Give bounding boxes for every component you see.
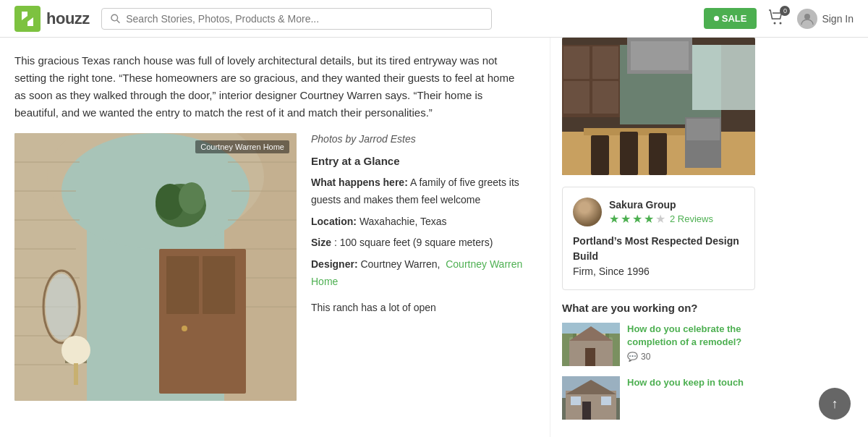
working-link-1[interactable]: How do you celebrate the completion of a… [627, 323, 741, 347]
logo[interactable]: houzz [14, 6, 90, 32]
location-value: Waxahachie, Texas [359, 216, 447, 227]
kitchen-svg [562, 38, 755, 175]
location-label: Location: [311, 216, 357, 227]
svg-rect-0 [14, 6, 41, 32]
comment-count-1: 💬 30 [627, 352, 755, 362]
header-right: SALE 0 Sign In [704, 8, 854, 29]
sakura-description: Portland’s Most Respected Design Build F… [573, 234, 744, 279]
sakura-info: Sakura Group ★ ★ ★ ★ ★ 2 Reviews [609, 199, 713, 226]
main-layout: This gracious Texas ranch house was full… [0, 38, 868, 437]
search-input[interactable] [126, 13, 482, 25]
working-link-2[interactable]: How do you keep in touch [627, 377, 744, 388]
article-body: This gracious Texas ranch house was full… [14, 52, 528, 122]
sign-in-label: Sign In [822, 13, 854, 25]
working-thumb-1 [562, 323, 620, 366]
sakura-header: Sakura Group ★ ★ ★ ★ ★ 2 Reviews [573, 198, 744, 226]
svg-point-28 [182, 326, 187, 331]
svg-rect-49 [591, 135, 609, 175]
working-thumb-2 [562, 376, 620, 420]
svg-rect-68 [582, 402, 591, 420]
sakura-stars: ★ ★ ★ ★ ★ 2 Reviews [609, 212, 713, 226]
location: Location: Waxahachie, Texas [311, 213, 528, 231]
svg-point-1 [111, 14, 118, 21]
svg-rect-39 [692, 45, 755, 110]
svg-rect-51 [649, 133, 667, 175]
svg-line-2 [116, 20, 119, 22]
photo-block: Courtney Warren Home [14, 133, 297, 401]
star-5: ★ [655, 212, 665, 226]
svg-rect-53 [686, 119, 720, 140]
size-label: Size [311, 237, 331, 248]
svg-rect-27 [203, 256, 235, 314]
sakura-desc-line2: Firm, Since 1996 [573, 266, 650, 277]
svg-rect-70 [601, 396, 611, 405]
star-4: ★ [644, 212, 654, 226]
svg-rect-69 [571, 396, 581, 405]
sakura-desc-line1: Portland’s Most Respected Design Build [573, 235, 739, 262]
logo-text: houzz [46, 9, 90, 28]
size-value: : 100 square feet (9 square meters) [334, 237, 493, 248]
header: houzz SALE 0 [0, 0, 868, 38]
cart-badge: 0 [780, 6, 790, 16]
working-thumb-1-img [562, 323, 620, 366]
sakura-avatar [573, 198, 602, 226]
svg-rect-41 [563, 46, 590, 79]
sale-label: SALE [722, 13, 747, 24]
sakura-card: Sakura Group ★ ★ ★ ★ ★ 2 Reviews Portlan… [562, 187, 755, 290]
comment-num-1: 30 [641, 352, 650, 362]
svg-rect-46 [631, 41, 689, 70]
working-text-1: How do you celebrate the completion of a… [627, 323, 755, 362]
what-working-section: What are you working on? [562, 302, 755, 420]
working-text-2: How do you keep in touch [627, 376, 755, 389]
info-block: Photos by Jarrod Estes Entry at a Glance… [311, 133, 528, 401]
content-body: Courtney Warren Home Photos by Jarrod Es… [14, 133, 528, 401]
sale-dot [714, 16, 719, 21]
reviews-link[interactable]: 2 Reviews [670, 213, 713, 224]
entry-heading: Entry at a Glance [311, 155, 528, 167]
sale-button[interactable]: SALE [704, 8, 757, 29]
photo-caption: Courtney Warren Home [195, 140, 289, 153]
sakura-avatar-inner [573, 198, 602, 226]
sakura-name: Sakura Group [609, 199, 713, 211]
comment-icon-1: 💬 [627, 352, 638, 362]
sidebar-kitchen-image [562, 38, 755, 175]
scroll-top-button[interactable]: ↑ [819, 388, 851, 420]
star-3: ★ [632, 212, 642, 226]
scroll-top-icon: ↑ [832, 396, 838, 412]
svg-rect-42 [592, 46, 618, 79]
sign-in-button[interactable]: Sign In [797, 9, 854, 29]
svg-point-4 [780, 22, 782, 25]
main-photo [14, 133, 297, 401]
svg-rect-43 [563, 81, 590, 114]
content-left: This gracious Texas ranch house was full… [0, 38, 550, 437]
svg-point-30 [46, 273, 77, 340]
working-item-1: How do you celebrate the completion of a… [562, 323, 755, 366]
svg-point-5 [804, 14, 810, 20]
svg-point-36 [179, 182, 205, 214]
avatar-icon [797, 9, 817, 29]
search-icon [111, 14, 120, 24]
photos-by: Photos by Jarrod Estes [311, 133, 528, 145]
sidebar: Sakura Group ★ ★ ★ ★ ★ 2 Reviews Portlan… [550, 38, 767, 437]
cart-button[interactable]: 0 [768, 9, 786, 28]
star-2: ★ [621, 212, 631, 226]
user-icon [801, 12, 814, 25]
designer-value: Courtney Warren, [360, 258, 443, 270]
svg-point-32 [61, 336, 90, 365]
what-happens-label: What happens here: [311, 177, 408, 188]
what-working-heading: What are you working on? [562, 302, 755, 314]
working-thumb-2-img [562, 376, 620, 420]
svg-point-3 [774, 22, 776, 25]
svg-rect-50 [620, 132, 638, 175]
stone-arch-illustration [14, 133, 297, 401]
what-happens: What happens here: A family of five gree… [311, 174, 528, 209]
designer-label: Designer: [311, 258, 358, 270]
svg-rect-63 [585, 348, 595, 366]
designer: Designer: Courtney Warren, Courtney Warr… [311, 256, 528, 291]
star-1: ★ [609, 212, 619, 226]
search-bar[interactable] [101, 8, 492, 30]
svg-rect-48 [584, 128, 699, 135]
size: Size : 100 square feet (9 square meters) [311, 234, 528, 252]
svg-rect-44 [592, 81, 618, 114]
working-item-2: How do you keep in touch [562, 376, 755, 420]
